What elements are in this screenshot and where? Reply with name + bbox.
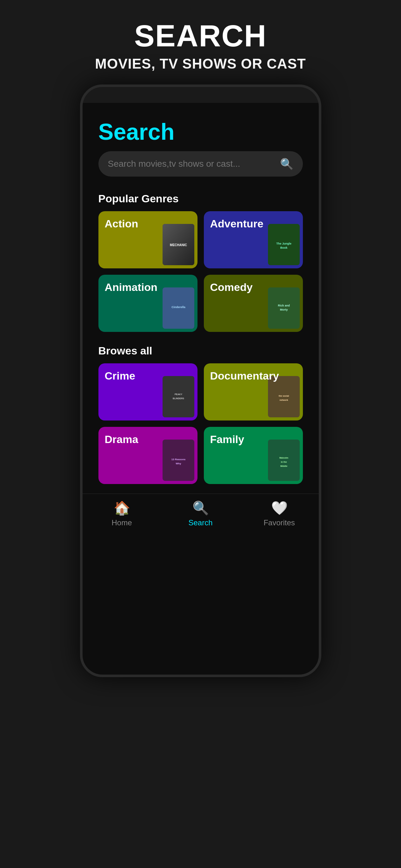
- svg-rect-20: [268, 439, 300, 481]
- genre-cover-drama: 13 Reasons Why: [162, 439, 194, 481]
- status-bar: [83, 87, 319, 103]
- svg-text:MECHANIC: MECHANIC: [170, 243, 187, 247]
- popular-genres-grid: Action MECHANIC Adventure The Jungl: [83, 211, 319, 341]
- nav-label-home: Home: [112, 518, 132, 527]
- genre-cover-comedy: Rick and Morty: [268, 287, 300, 329]
- home-icon: 🏠: [114, 500, 130, 516]
- phone-frame: Search 🔍 Popular Genres Action MECHANI: [80, 85, 321, 677]
- genre-card-crime[interactable]: Crime PEAKY BLINDERS: [98, 363, 197, 421]
- nav-item-search[interactable]: 🔍 Search: [182, 500, 220, 527]
- genre-card-family[interactable]: Family Malcolm in the Middle: [204, 427, 303, 484]
- browse-all-label: Browes all: [83, 341, 319, 363]
- popular-genres-label: Popular Genres: [83, 189, 319, 211]
- svg-text:The Jungle: The Jungle: [276, 242, 291, 245]
- svg-text:in the: in the: [281, 461, 287, 463]
- search-nav-icon: 🔍: [192, 500, 209, 516]
- svg-text:Malcolm: Malcolm: [279, 457, 288, 459]
- genre-card-drama[interactable]: Drama 13 Reasons Why: [98, 427, 197, 484]
- genre-cover-adventure: The Jungle Book: [268, 224, 300, 265]
- nav-item-favorites[interactable]: 🤍 Favorites: [260, 500, 299, 527]
- svg-text:Book: Book: [280, 246, 287, 249]
- genre-label-crime: Crime: [105, 370, 135, 382]
- genre-card-animation[interactable]: Animation Cinderella: [98, 275, 197, 332]
- genre-cover-action: MECHANIC: [162, 224, 194, 265]
- genre-card-adventure[interactable]: Adventure The Jungle Book: [204, 211, 303, 268]
- nav-label-favorites: Favorites: [264, 518, 295, 527]
- svg-text:network: network: [279, 399, 288, 401]
- genre-cover-family: Malcolm in the Middle: [268, 439, 300, 481]
- search-input[interactable]: [108, 159, 280, 169]
- search-title: Search: [98, 119, 303, 145]
- genre-label-adventure: Adventure: [210, 218, 264, 230]
- genre-label-drama: Drama: [105, 433, 138, 445]
- genre-card-documentary[interactable]: Documentary the social network: [204, 363, 303, 421]
- genre-label-documentary: Documentary: [210, 370, 279, 382]
- genre-label-action: Action: [105, 218, 138, 230]
- search-bar[interactable]: 🔍: [98, 151, 303, 177]
- genre-card-action[interactable]: Action MECHANIC: [98, 211, 197, 268]
- bottom-nav: 🏠 Home 🔍 Search 🤍 Favorites: [83, 494, 319, 537]
- search-bar-container: 🔍: [83, 151, 319, 189]
- svg-text:Why: Why: [176, 462, 181, 465]
- svg-text:Morty: Morty: [280, 308, 288, 311]
- svg-text:Middle: Middle: [280, 465, 287, 467]
- genre-label-comedy: Comedy: [210, 281, 253, 293]
- browse-all-grid: Crime PEAKY BLINDERS Documentary the soc…: [83, 363, 319, 494]
- genre-label-animation: Animation: [105, 281, 157, 293]
- nav-label-search: Search: [188, 518, 212, 527]
- genre-cover-crime: PEAKY BLINDERS: [162, 376, 194, 417]
- search-header-section: Search: [83, 103, 319, 151]
- svg-text:Rick and: Rick and: [278, 304, 290, 307]
- search-icon[interactable]: 🔍: [280, 158, 294, 170]
- genre-card-comedy[interactable]: Comedy Rick and Morty: [204, 275, 303, 332]
- svg-rect-11: [162, 376, 194, 417]
- genre-cover-documentary: the social network: [268, 376, 300, 417]
- genre-label-family: Family: [210, 433, 244, 445]
- favorites-icon: 🤍: [271, 500, 288, 516]
- page-title-sub: MOVIES, TV SHOWS OR CAST: [13, 56, 388, 72]
- svg-text:the social: the social: [278, 395, 288, 397]
- svg-text:Cinderella: Cinderella: [172, 306, 186, 309]
- page-header: SEARCH MOVIES, TV SHOWS OR CAST: [0, 0, 401, 85]
- nav-item-home[interactable]: 🏠 Home: [103, 500, 141, 527]
- phone-screen: Search 🔍 Popular Genres Action MECHANI: [83, 103, 319, 675]
- svg-text:BLINDERS: BLINDERS: [173, 397, 184, 400]
- svg-text:13 Reasons: 13 Reasons: [171, 458, 185, 461]
- page-title-main: SEARCH: [13, 19, 388, 53]
- svg-text:PEAKY: PEAKY: [174, 393, 182, 395]
- genre-cover-animation: Cinderella: [162, 287, 194, 329]
